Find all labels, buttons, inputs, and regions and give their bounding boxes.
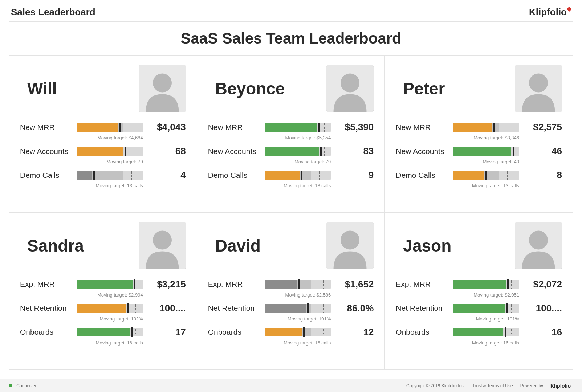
bullet-target-line xyxy=(135,304,136,313)
metric-value: 17 xyxy=(146,327,186,338)
metric-value: 12 xyxy=(334,327,374,338)
metric-row: New MRR$5,390 xyxy=(208,122,374,133)
bullet-target-line xyxy=(137,280,137,289)
bullet-marker xyxy=(127,303,129,313)
bullet-chart xyxy=(77,147,143,156)
metric-value: 8 xyxy=(522,170,562,181)
rep-name: David xyxy=(215,236,261,256)
metric-value: 100.... xyxy=(146,303,186,314)
bullet-target-line xyxy=(137,147,137,156)
target-note: Moving target: $3,346 xyxy=(453,135,519,140)
metric-label: New Accounts xyxy=(208,147,262,156)
page-title: Sales Leaderboard xyxy=(11,7,95,18)
target-note-row: Moving target: 102% xyxy=(20,315,186,327)
target-note: Moving target: 101% xyxy=(265,316,331,322)
bullet-target-line xyxy=(137,123,137,132)
terms-link[interactable]: Trust & Terms of Use xyxy=(472,383,513,388)
connection-status: Connected xyxy=(9,383,37,388)
bullet-target-line xyxy=(511,280,512,289)
rep-card: WillNew MRR$4,043Moving target: $4,684Ne… xyxy=(9,56,197,213)
metric-row: Exp. MRR$2,072 xyxy=(396,279,562,290)
bullet-marker xyxy=(93,171,95,180)
bullet-chart xyxy=(265,147,331,156)
topbar: Sales Leaderboard Klipfolio xyxy=(0,0,582,21)
metric-value: $2,575 xyxy=(522,122,562,133)
bullet-fill xyxy=(77,123,118,132)
bullet-marker xyxy=(119,123,121,132)
copyright-text: Copyright © 2019 Klipfolio Inc. xyxy=(406,383,465,388)
target-note: Moving target: 102% xyxy=(77,316,143,322)
metric-row: New Accounts83 xyxy=(208,146,374,157)
metric-row: New Accounts68 xyxy=(20,146,186,157)
target-note: Moving target: 16 calls xyxy=(265,340,331,346)
avatar xyxy=(515,222,562,269)
metric-value: $3,215 xyxy=(146,279,186,290)
target-note-row: Moving target: $2,586 xyxy=(208,291,374,303)
svg-point-3 xyxy=(341,73,359,92)
metric-label: Demo Calls xyxy=(208,171,262,180)
metric-label: Exp. MRR xyxy=(208,280,262,289)
rep-card-head: Jason xyxy=(396,222,562,269)
avatar xyxy=(139,65,186,112)
metric-value: 83 xyxy=(334,146,374,157)
metric-value: 9 xyxy=(334,170,374,181)
target-note: Moving target: 40 xyxy=(453,159,519,164)
svg-point-11 xyxy=(529,230,548,249)
rep-name: Beyonce xyxy=(215,79,285,98)
bullet-chart xyxy=(265,328,331,336)
brand-logo[interactable]: Klipfolio xyxy=(529,7,571,18)
bullet-target-line xyxy=(511,328,512,336)
bullet-fill xyxy=(77,147,123,156)
target-note-row: Moving target: 40 xyxy=(396,158,562,170)
bullet-marker xyxy=(134,279,135,289)
target-note-row: Moving target: 79 xyxy=(20,158,186,170)
bullet-target-line xyxy=(135,328,136,336)
bullet-target-line xyxy=(511,304,512,313)
target-note-row: Moving target: 101% xyxy=(396,315,562,327)
panel-title: SaaS Sales Team Leaderboard xyxy=(9,22,573,56)
rep-card: BeyonceNew MRR$5,390Moving target: $5,35… xyxy=(197,56,385,213)
metric-label: New Accounts xyxy=(396,147,450,156)
target-note-row: Moving target: 13 calls xyxy=(208,182,374,193)
target-note-row: Moving target: $3,346 xyxy=(396,134,562,146)
metric-row: Net Retention100.... xyxy=(396,303,562,314)
target-note: Moving target: $2,051 xyxy=(453,292,519,298)
bullet-fill xyxy=(453,147,511,156)
rep-card-head: Peter xyxy=(396,65,562,112)
bullet-marker xyxy=(307,303,309,313)
target-note-row: Moving target: 16 calls xyxy=(396,339,562,351)
svg-point-5 xyxy=(529,73,548,92)
rep-name: Will xyxy=(27,79,57,98)
rep-card: PeterNew MRR$2,575Moving target: $3,346N… xyxy=(385,56,573,213)
bullet-chart xyxy=(453,328,519,336)
bullet-target-line xyxy=(131,171,132,180)
bullet-marker xyxy=(303,327,305,337)
metric-row: Net Retention100.... xyxy=(20,303,186,314)
metric-value: $4,043 xyxy=(146,122,186,133)
status-label: Connected xyxy=(16,383,37,388)
footer-brand-logo[interactable]: Klipfolio xyxy=(550,383,573,389)
target-note-row: Moving target: 101% xyxy=(208,315,374,327)
target-note-row: Moving target: 16 calls xyxy=(208,339,374,351)
bullet-chart xyxy=(453,304,519,313)
bullet-fill xyxy=(453,280,506,289)
metric-label: Net Retention xyxy=(20,304,74,313)
bullet-target-line xyxy=(513,123,513,132)
metric-row: New Accounts46 xyxy=(396,146,562,157)
bullet-fill xyxy=(77,171,92,180)
rep-name: Peter xyxy=(403,79,445,98)
bullet-target-line xyxy=(514,147,514,156)
rep-name: Jason xyxy=(403,236,451,256)
bullet-fill xyxy=(77,328,130,336)
metric-label: Net Retention xyxy=(396,304,450,313)
bullet-marker xyxy=(131,327,133,337)
bullet-chart xyxy=(265,280,331,289)
rep-card: SandraExp. MRR$3,215Moving target: $2,99… xyxy=(9,213,197,370)
bullet-fill xyxy=(265,123,317,132)
powered-by-label: Powered by xyxy=(520,383,543,388)
metric-label: Onboards xyxy=(20,328,74,336)
metric-row: Onboards17 xyxy=(20,327,186,338)
bullet-fill xyxy=(265,171,300,180)
bullet-chart xyxy=(453,123,519,132)
metric-value: 86.0% xyxy=(334,303,374,314)
